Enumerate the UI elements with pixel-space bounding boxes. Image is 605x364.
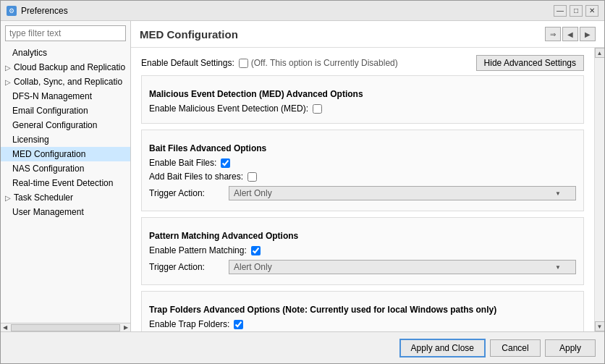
scroll-track [595,58,604,321]
maximize-button[interactable]: □ [570,5,583,17]
sidebar-item-email-config[interactable]: Email Configuration [1,103,130,118]
main-content: Analytics ▷ Cloud Backup and Replicatio … [1,21,604,331]
trigger-dropdown-1[interactable]: Alert Only [229,186,576,200]
scroll-right-arrow[interactable]: ▶ [122,323,130,332]
pattern-matching-section: Pattern Matching Advanced Options Enable… [141,217,584,285]
cancel-button[interactable]: Cancel [490,339,541,357]
expand-arrow: ▷ [5,194,12,202]
trigger-dropdown-wrapper-2: Alert Only [229,260,576,274]
expand-arrow: ▷ [5,64,12,72]
pattern-section-title: Pattern Matching Advanced Options [149,231,576,241]
sidebar-item-cloud-backup[interactable]: ▷ Cloud Backup and Replicatio [1,60,130,75]
sidebar: Analytics ▷ Cloud Backup and Replicatio … [1,21,131,331]
nav-back-btn[interactable]: ◀ [562,27,578,41]
right-scrollbar: ▲ ▼ [594,48,604,331]
sidebar-item-user-management[interactable]: User Management [1,205,130,219]
enable-default-row: Enable Default Settings: (Off. This opti… [141,55,584,71]
enable-bait-checkbox[interactable] [221,158,230,168]
sidebar-item-nas-config[interactable]: NAS Configuration [1,161,130,176]
sidebar-item-licensing[interactable]: Licensing [1,132,130,147]
sidebar-item-med-config[interactable]: MED Configuration [1,147,130,161]
trigger-label-2: Trigger Action: [149,262,229,272]
nav-forward-btn[interactable]: ⇒ [545,27,561,41]
sidebar-item-general-config[interactable]: General Configuration [1,118,130,132]
add-bait-label: Add Bait Files to shares: [149,172,243,182]
title-bar: ⚙ Preferences — □ ✕ [1,1,604,21]
med-advanced-section: Malicious Event Detection (MED) Advanced… [141,75,584,124]
sidebar-item-dfs-n[interactable]: DFS-N Management [1,89,130,103]
enable-bait-label: Enable Bait Files: [149,158,216,168]
right-panel: MED Configuration ⇒ ◀ ▶ Enable Default S… [131,21,604,331]
close-button[interactable]: ✕ [585,5,598,17]
trigger-action-row-1: Trigger Action: Alert Only [149,186,576,200]
trap-section-title: Trap Folders Advanced Options (Note: Cur… [149,305,576,315]
sidebar-scrollbar: ◀ ▶ [1,323,130,331]
trigger-dropdown-wrapper-1: Alert Only [229,186,576,200]
nav-next-btn[interactable]: ▶ [580,27,596,41]
trigger-value-1: Alert Only [234,188,272,198]
minimize-button[interactable]: — [554,5,567,17]
sidebar-item-collab[interactable]: ▷ Collab, Sync, and Replicatio [1,75,130,89]
apply-button[interactable]: Apply [545,339,596,357]
window-title: Preferences [21,6,554,16]
med-section-title: Malicious Event Detection (MED) Advanced… [149,89,576,99]
sidebar-item-realtime[interactable]: Real-time Event Detection [1,176,130,190]
bait-files-section: Bait Files Advanced Options Enable Bait … [141,130,584,211]
scroll-down-btn[interactable]: ▼ [595,321,605,331]
sidebar-list: Analytics ▷ Cloud Backup and Replicatio … [1,46,130,323]
enable-default-status: (Off. This option is Currently Disabled) [251,58,398,68]
panel-header: MED Configuration ⇒ ◀ ▶ [131,21,604,48]
enable-default-checkbox[interactable] [239,59,248,68]
trap-folders-section: Trap Folders Advanced Options (Note: Cur… [141,291,584,331]
trigger-dropdown-2[interactable]: Alert Only [229,260,576,274]
preferences-window: ⚙ Preferences — □ ✕ Analytics ▷ Cloud Ba… [0,0,605,364]
scroll-left-arrow[interactable]: ◀ [1,323,9,332]
enable-trap-label: Enable Trap Folders: [149,319,229,329]
enable-med-checkbox[interactable] [313,104,322,114]
enable-pattern-checkbox[interactable] [251,246,261,255]
add-bait-checkbox[interactable] [248,172,257,182]
trigger-action-row-2: Trigger Action: Alert Only [149,260,576,274]
scroll-up-btn[interactable]: ▲ [595,48,605,58]
bait-section-title: Bait Files Advanced Options [149,143,576,153]
title-controls: — □ ✕ [554,5,598,17]
horizontal-scrollbar[interactable] [11,324,120,331]
enable-med-label: Enable Malicious Event Detection (MED): [149,103,308,114]
enable-bait-row: Enable Bait Files: [149,158,576,168]
expand-arrow: ▷ [5,78,12,86]
enable-pattern-label: Enable Pattern Matching: [149,245,247,255]
panel-title: MED Configuration [140,28,238,41]
enable-pattern-row: Enable Pattern Matching: [149,245,576,255]
window-icon: ⚙ [7,6,17,16]
enable-default-label: Enable Default Settings: [141,58,234,68]
add-bait-row: Add Bait Files to shares: [149,172,576,182]
sidebar-item-task-scheduler[interactable]: ▷ Task Scheduler [1,190,130,205]
footer: Apply and Close Cancel Apply [1,331,604,363]
enable-med-row: Enable Malicious Event Detection (MED): [149,103,576,114]
trigger-value-2: Alert Only [234,262,272,272]
enable-trap-checkbox[interactable] [234,320,243,329]
panel-body: Enable Default Settings: (Off. This opti… [131,48,594,331]
filter-input[interactable] [5,25,126,41]
hide-advanced-btn[interactable]: Hide Advanced Settings [476,55,584,71]
trigger-label-1: Trigger Action: [149,188,229,198]
apply-close-button[interactable]: Apply and Close [399,339,486,357]
enable-trap-row: Enable Trap Folders: [149,319,576,329]
panel-nav: ⇒ ◀ ▶ [545,27,596,41]
sidebar-item-analytics[interactable]: Analytics [1,46,130,60]
